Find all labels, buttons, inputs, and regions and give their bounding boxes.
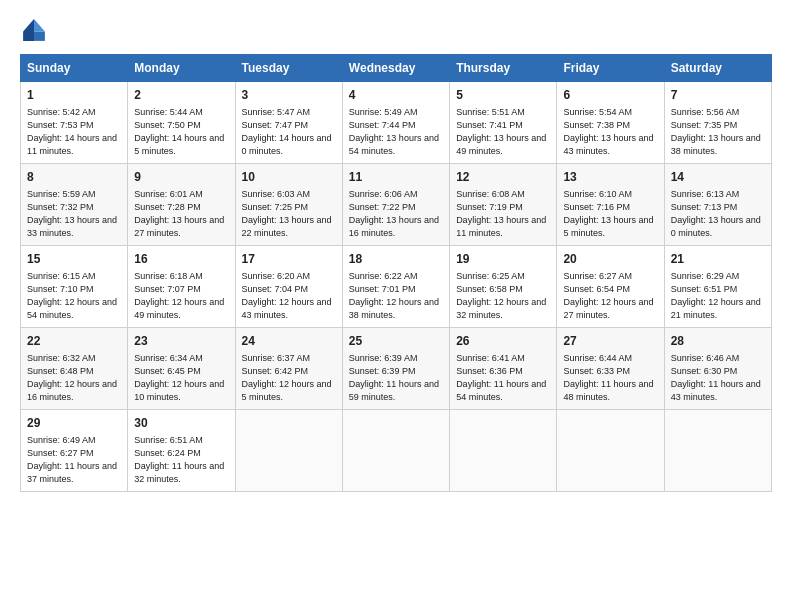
calendar-cell: 12 Sunrise: 6:08 AM Sunset: 7:19 PM Dayl… <box>450 164 557 246</box>
calendar-cell: 13 Sunrise: 6:10 AM Sunset: 7:16 PM Dayl… <box>557 164 664 246</box>
col-header-saturday: Saturday <box>664 55 771 82</box>
calendar-week-2: 8 Sunrise: 5:59 AM Sunset: 7:32 PM Dayli… <box>21 164 772 246</box>
day-number: 23 <box>134 333 228 350</box>
cell-content: Sunrise: 6:08 AM Sunset: 7:19 PM Dayligh… <box>456 188 550 240</box>
day-number: 19 <box>456 251 550 268</box>
day-number: 13 <box>563 169 657 186</box>
day-number: 5 <box>456 87 550 104</box>
day-number: 26 <box>456 333 550 350</box>
calendar-cell: 29 Sunrise: 6:49 AM Sunset: 6:27 PM Dayl… <box>21 410 128 492</box>
calendar-cell: 20 Sunrise: 6:27 AM Sunset: 6:54 PM Dayl… <box>557 246 664 328</box>
calendar-cell: 2 Sunrise: 5:44 AM Sunset: 7:50 PM Dayli… <box>128 82 235 164</box>
calendar-cell: 25 Sunrise: 6:39 AM Sunset: 6:39 PM Dayl… <box>342 328 449 410</box>
cell-content: Sunrise: 6:10 AM Sunset: 7:16 PM Dayligh… <box>563 188 657 240</box>
calendar-cell: 4 Sunrise: 5:49 AM Sunset: 7:44 PM Dayli… <box>342 82 449 164</box>
day-number: 12 <box>456 169 550 186</box>
day-number: 7 <box>671 87 765 104</box>
calendar-cell <box>342 410 449 492</box>
header-row: SundayMondayTuesdayWednesdayThursdayFrid… <box>21 55 772 82</box>
cell-content: Sunrise: 6:25 AM Sunset: 6:58 PM Dayligh… <box>456 270 550 322</box>
calendar-week-4: 22 Sunrise: 6:32 AM Sunset: 6:48 PM Dayl… <box>21 328 772 410</box>
day-number: 16 <box>134 251 228 268</box>
calendar-cell: 3 Sunrise: 5:47 AM Sunset: 7:47 PM Dayli… <box>235 82 342 164</box>
cell-content: Sunrise: 6:03 AM Sunset: 7:25 PM Dayligh… <box>242 188 336 240</box>
day-number: 18 <box>349 251 443 268</box>
day-number: 28 <box>671 333 765 350</box>
day-number: 9 <box>134 169 228 186</box>
day-number: 30 <box>134 415 228 432</box>
cell-content: Sunrise: 6:51 AM Sunset: 6:24 PM Dayligh… <box>134 434 228 486</box>
day-number: 3 <box>242 87 336 104</box>
calendar-cell: 30 Sunrise: 6:51 AM Sunset: 6:24 PM Dayl… <box>128 410 235 492</box>
logo-icon <box>20 16 48 44</box>
day-number: 11 <box>349 169 443 186</box>
cell-content: Sunrise: 6:49 AM Sunset: 6:27 PM Dayligh… <box>27 434 121 486</box>
cell-content: Sunrise: 5:59 AM Sunset: 7:32 PM Dayligh… <box>27 188 121 240</box>
cell-content: Sunrise: 6:13 AM Sunset: 7:13 PM Dayligh… <box>671 188 765 240</box>
calendar-cell: 5 Sunrise: 5:51 AM Sunset: 7:41 PM Dayli… <box>450 82 557 164</box>
cell-content: Sunrise: 5:42 AM Sunset: 7:53 PM Dayligh… <box>27 106 121 158</box>
day-number: 24 <box>242 333 336 350</box>
cell-content: Sunrise: 6:27 AM Sunset: 6:54 PM Dayligh… <box>563 270 657 322</box>
calendar-week-5: 29 Sunrise: 6:49 AM Sunset: 6:27 PM Dayl… <box>21 410 772 492</box>
calendar-cell: 1 Sunrise: 5:42 AM Sunset: 7:53 PM Dayli… <box>21 82 128 164</box>
calendar-cell: 27 Sunrise: 6:44 AM Sunset: 6:33 PM Dayl… <box>557 328 664 410</box>
cell-content: Sunrise: 6:22 AM Sunset: 7:01 PM Dayligh… <box>349 270 443 322</box>
day-number: 8 <box>27 169 121 186</box>
calendar-table: SundayMondayTuesdayWednesdayThursdayFrid… <box>20 54 772 492</box>
calendar-week-1: 1 Sunrise: 5:42 AM Sunset: 7:53 PM Dayli… <box>21 82 772 164</box>
day-number: 27 <box>563 333 657 350</box>
col-header-tuesday: Tuesday <box>235 55 342 82</box>
col-header-wednesday: Wednesday <box>342 55 449 82</box>
cell-content: Sunrise: 6:18 AM Sunset: 7:07 PM Dayligh… <box>134 270 228 322</box>
calendar-cell: 14 Sunrise: 6:13 AM Sunset: 7:13 PM Dayl… <box>664 164 771 246</box>
cell-content: Sunrise: 6:01 AM Sunset: 7:28 PM Dayligh… <box>134 188 228 240</box>
cell-content: Sunrise: 6:41 AM Sunset: 6:36 PM Dayligh… <box>456 352 550 404</box>
cell-content: Sunrise: 6:37 AM Sunset: 6:42 PM Dayligh… <box>242 352 336 404</box>
cell-content: Sunrise: 6:34 AM Sunset: 6:45 PM Dayligh… <box>134 352 228 404</box>
calendar-cell: 11 Sunrise: 6:06 AM Sunset: 7:22 PM Dayl… <box>342 164 449 246</box>
calendar-cell: 22 Sunrise: 6:32 AM Sunset: 6:48 PM Dayl… <box>21 328 128 410</box>
svg-marker-2 <box>34 32 45 41</box>
calendar-cell: 9 Sunrise: 6:01 AM Sunset: 7:28 PM Dayli… <box>128 164 235 246</box>
cell-content: Sunrise: 6:39 AM Sunset: 6:39 PM Dayligh… <box>349 352 443 404</box>
page: SundayMondayTuesdayWednesdayThursdayFrid… <box>0 0 792 612</box>
calendar-cell: 8 Sunrise: 5:59 AM Sunset: 7:32 PM Dayli… <box>21 164 128 246</box>
calendar-cell: 6 Sunrise: 5:54 AM Sunset: 7:38 PM Dayli… <box>557 82 664 164</box>
col-header-monday: Monday <box>128 55 235 82</box>
calendar-cell: 18 Sunrise: 6:22 AM Sunset: 7:01 PM Dayl… <box>342 246 449 328</box>
cell-content: Sunrise: 6:20 AM Sunset: 7:04 PM Dayligh… <box>242 270 336 322</box>
calendar-cell: 15 Sunrise: 6:15 AM Sunset: 7:10 PM Dayl… <box>21 246 128 328</box>
day-number: 29 <box>27 415 121 432</box>
calendar-cell: 26 Sunrise: 6:41 AM Sunset: 6:36 PM Dayl… <box>450 328 557 410</box>
calendar-cell <box>557 410 664 492</box>
cell-content: Sunrise: 5:47 AM Sunset: 7:47 PM Dayligh… <box>242 106 336 158</box>
day-number: 2 <box>134 87 228 104</box>
cell-content: Sunrise: 6:32 AM Sunset: 6:48 PM Dayligh… <box>27 352 121 404</box>
cell-content: Sunrise: 5:51 AM Sunset: 7:41 PM Dayligh… <box>456 106 550 158</box>
day-number: 6 <box>563 87 657 104</box>
day-number: 10 <box>242 169 336 186</box>
day-number: 25 <box>349 333 443 350</box>
day-number: 1 <box>27 87 121 104</box>
cell-content: Sunrise: 6:06 AM Sunset: 7:22 PM Dayligh… <box>349 188 443 240</box>
cell-content: Sunrise: 5:44 AM Sunset: 7:50 PM Dayligh… <box>134 106 228 158</box>
calendar-week-3: 15 Sunrise: 6:15 AM Sunset: 7:10 PM Dayl… <box>21 246 772 328</box>
calendar-cell <box>664 410 771 492</box>
calendar-cell: 19 Sunrise: 6:25 AM Sunset: 6:58 PM Dayl… <box>450 246 557 328</box>
calendar-cell: 16 Sunrise: 6:18 AM Sunset: 7:07 PM Dayl… <box>128 246 235 328</box>
calendar-cell: 28 Sunrise: 6:46 AM Sunset: 6:30 PM Dayl… <box>664 328 771 410</box>
day-number: 22 <box>27 333 121 350</box>
day-number: 14 <box>671 169 765 186</box>
cell-content: Sunrise: 5:54 AM Sunset: 7:38 PM Dayligh… <box>563 106 657 158</box>
calendar-cell: 21 Sunrise: 6:29 AM Sunset: 6:51 PM Dayl… <box>664 246 771 328</box>
col-header-thursday: Thursday <box>450 55 557 82</box>
cell-content: Sunrise: 5:49 AM Sunset: 7:44 PM Dayligh… <box>349 106 443 158</box>
calendar-cell: 7 Sunrise: 5:56 AM Sunset: 7:35 PM Dayli… <box>664 82 771 164</box>
calendar-cell <box>235 410 342 492</box>
col-header-friday: Friday <box>557 55 664 82</box>
day-number: 21 <box>671 251 765 268</box>
cell-content: Sunrise: 6:29 AM Sunset: 6:51 PM Dayligh… <box>671 270 765 322</box>
day-number: 4 <box>349 87 443 104</box>
col-header-sunday: Sunday <box>21 55 128 82</box>
